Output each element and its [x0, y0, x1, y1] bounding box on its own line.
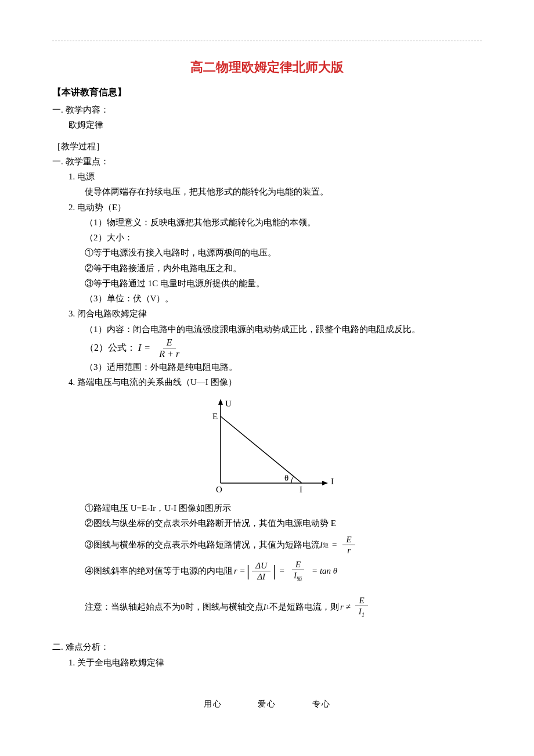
teaching-content-label: 一. 教学内容： — [52, 102, 482, 117]
kp2-1: （1）物理意义：反映电源把其他形式能转化为电能的本领。 — [52, 215, 482, 230]
kp3-title: 3. 闭合电路欧姆定律 — [52, 306, 482, 321]
kp4-c-eq: = — [332, 540, 337, 550]
kp1-body: 使导体两端存在持续电压，把其他形式的能转化为电能的装置。 — [52, 184, 482, 199]
abs-right-bar: | — [273, 563, 276, 579]
page-container: 高二物理欧姆定律北师大版 【本讲教育信息】 一. 教学内容： 欧姆定律 ［教学过… — [0, 0, 534, 733]
kp1-title: 1. 电源 — [52, 169, 482, 184]
kp4-d-E: E — [292, 559, 304, 570]
kp2-title: 2. 电动势（E） — [52, 200, 482, 215]
note-text2: 不是短路电流，则 — [269, 602, 339, 613]
kp4-d-row: ④图线斜率的绝对值等于电源的内电阻 r = | ΔU ΔI | = E I短 =… — [85, 559, 482, 582]
abs-left-bar: | — [247, 563, 250, 579]
kp4-c-text: ③图线与横坐标的交点表示外电路短路情况，其值为短路电流 — [85, 539, 320, 550]
kp4-d-Iden-sub: 短 — [297, 575, 302, 582]
kp3-1: （1）内容：闭合电路中的电流强度跟电源的电动势成正比，跟整个电路的电阻成反比。 — [52, 322, 482, 337]
kp4-a: ①路端电压 U=E-Ir，U-I 图像如图所示 — [52, 501, 482, 516]
note-den: I1 — [355, 606, 369, 618]
graph-E-label: E — [212, 412, 218, 421]
info-section-header: 【本讲教育信息】 — [52, 87, 482, 99]
kp4-d-frac2: E I短 — [290, 559, 306, 582]
kp4-title: 4. 路端电压与电流的关系曲线（U—I 图像） — [52, 375, 482, 390]
kp2-2c: ③等于电路通过 1C 电量时电源所提供的能量。 — [52, 276, 482, 291]
document-title: 高二物理欧姆定律北师大版 — [52, 59, 482, 76]
key-points-label: 一. 教学重点： — [52, 154, 482, 169]
note-den-sub: 1 — [362, 611, 365, 618]
svg-marker-1 — [218, 399, 223, 405]
graph-y-label: U — [225, 399, 232, 408]
kp3-num: E — [163, 337, 176, 348]
difficulty-1: 1. 关于全电电路欧姆定律 — [52, 655, 482, 670]
difficulty-label: 二. 难点分析： — [52, 639, 482, 654]
kp4-d-frac1: ΔU ΔI — [252, 560, 270, 582]
kp4-d-dI: ΔI — [254, 571, 269, 582]
note-frac: E I1 — [355, 595, 369, 618]
kp4-d-dU: ΔU — [252, 560, 270, 571]
note-row: 注意： 当纵轴起始点不为0时，图线与横轴交点 I 1 不是短路电流，则 r ≠ … — [85, 595, 482, 618]
note-r: r ≠ — [340, 602, 351, 612]
svg-marker-3 — [322, 481, 328, 485]
kp3-2-label: （2）公式： — [85, 341, 136, 355]
kp2-3: （3）单位：伏（V）。 — [52, 291, 482, 306]
kp4-b: ②图线与纵坐标的交点表示外电路断开情况，其值为电源电动势 E — [52, 516, 482, 531]
kp4-c-den: r — [344, 545, 354, 556]
kp2-2b: ②等于电路接通后，内外电路电压之和。 — [52, 261, 482, 276]
kp3-fraction: E R + r — [156, 337, 183, 359]
kp2-2: （2）大小： — [52, 230, 482, 245]
teaching-process-label: ［教学过程］ — [52, 139, 482, 154]
kp4-c-frac: E r — [342, 534, 355, 556]
note-label: 注意： — [85, 602, 111, 613]
ui-graph: U E O I I θ — [52, 396, 482, 495]
kp3-den: R + r — [156, 348, 183, 359]
kp4-c-sub: 短 — [323, 541, 329, 549]
kp3-formula: （2）公式： I = E R + r — [52, 337, 482, 359]
note-text: 当纵轴起始点不为0时，图线与横轴交点 — [111, 602, 264, 613]
footer-a: 用心 — [204, 700, 222, 708]
kp4-c-row: ③图线与横坐标的交点表示外电路短路情况，其值为短路电流 I 短 = E r — [85, 534, 482, 556]
graph-theta: θ — [284, 473, 288, 483]
kp4-d-text: ④图线斜率的绝对值等于电源的内电阻 — [85, 566, 233, 577]
page-footer: 用心 爱心 专心 — [52, 699, 482, 710]
kp2-2a: ①等于电源没有接入电路时，电源两极间的电压。 — [52, 245, 482, 260]
svg-line-4 — [221, 416, 302, 483]
teaching-content-value: 欧姆定律 — [52, 117, 482, 132]
top-separator — [52, 41, 482, 41]
graph-svg: U E O I I θ — [192, 396, 342, 495]
graph-I-axis-mark: I — [300, 485, 302, 494]
kp4-c-num: E — [342, 534, 355, 545]
kp4-d-tan: = tan θ — [312, 566, 337, 576]
kp4-d-r: r = — [234, 566, 246, 576]
note-num: E — [355, 595, 367, 606]
kp3-3: （3）适用范围：外电路是纯电阻电路。 — [52, 359, 482, 375]
footer-c: 专心 — [312, 700, 331, 708]
graph-origin: O — [216, 485, 222, 494]
footer-b: 爱心 — [258, 700, 276, 708]
kp4-d-Iden: I短 — [290, 570, 306, 582]
graph-x-label: I — [331, 477, 334, 486]
kp3-eq: = — [145, 341, 150, 355]
kp3-I: I — [138, 341, 141, 355]
kp4-d-abs: | ΔU ΔI | — [247, 560, 276, 582]
kp4-d-eq2: = — [280, 566, 284, 576]
